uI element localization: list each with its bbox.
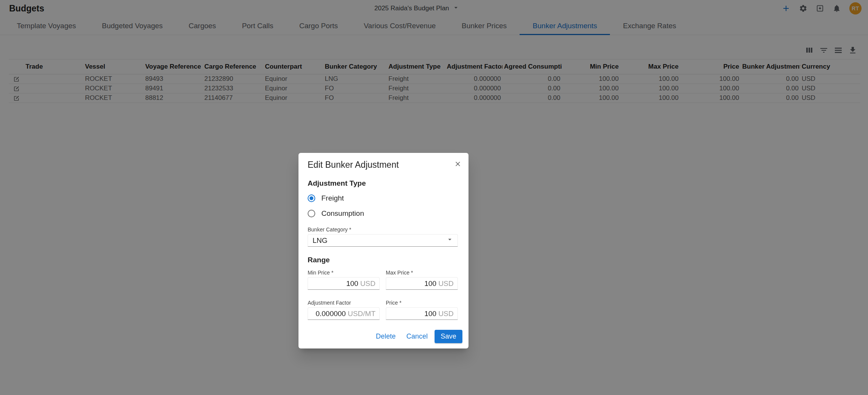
adjustment-type-heading: Adjustment Type (308, 179, 458, 188)
bunker-category-select[interactable]: LNG (308, 234, 458, 247)
price-field: Price * 100 USD (386, 290, 458, 320)
adjustment-factor-input[interactable]: 0.000000 USD/MT (308, 307, 380, 320)
cancel-button[interactable]: Cancel (403, 330, 432, 343)
min-price-input[interactable]: 100 USD (308, 277, 380, 290)
dropdown-arrow-icon (446, 236, 454, 245)
dialog-title: Edit Bunker Adjustment (308, 159, 399, 170)
adjustment-factor-unit: USD/MT (348, 310, 375, 318)
adjustment-type-radio-group: FreightConsumption (308, 194, 458, 218)
range-heading: Range (308, 256, 458, 264)
radio-unselected-icon (308, 210, 315, 217)
delete-button[interactable]: Delete (372, 330, 400, 343)
min-price-field: Min Price * 100 USD (308, 264, 380, 290)
price-unit: USD (438, 310, 454, 318)
price-label: Price * (386, 300, 458, 306)
edit-bunker-adjustment-dialog: Edit Bunker Adjustment Adjustment Type F… (298, 153, 468, 348)
bunker-category-label: Bunker Category * (308, 226, 458, 233)
radio-label: Freight (321, 194, 344, 202)
save-button[interactable]: Save (435, 330, 462, 343)
adjustment-factor-label: Adjustment Factor (308, 300, 380, 306)
close-button[interactable] (454, 160, 462, 168)
radio-option-consumption[interactable]: Consumption (308, 209, 458, 218)
max-price-field: Max Price * 100 USD (386, 264, 458, 290)
adjustment-factor-field: Adjustment Factor 0.000000 USD/MT (308, 290, 380, 320)
max-price-label: Max Price * (386, 270, 458, 276)
radio-option-freight[interactable]: Freight (308, 194, 458, 203)
close-icon (454, 160, 462, 168)
min-price-label: Min Price * (308, 270, 380, 276)
dialog-footer: Delete Cancel Save (298, 320, 468, 348)
adjustment-factor-value: 0.000000 (316, 310, 346, 318)
max-price-input[interactable]: 100 USD (386, 277, 458, 290)
min-price-unit: USD (360, 279, 375, 288)
min-price-value: 100 (346, 279, 358, 288)
radio-selected-icon (308, 194, 315, 202)
bunker-category-value: LNG (313, 236, 327, 245)
dialog-header: Edit Bunker Adjustment (298, 153, 468, 170)
dialog-body: Adjustment Type FreightConsumption Bunke… (298, 179, 468, 320)
price-value: 100 (424, 310, 436, 318)
max-price-unit: USD (438, 279, 454, 288)
max-price-value: 100 (424, 279, 436, 288)
range-fields: Min Price * 100 USD Max Price * 100 USD … (308, 264, 458, 320)
price-input[interactable]: 100 USD (386, 307, 458, 320)
radio-label: Consumption (321, 209, 364, 218)
